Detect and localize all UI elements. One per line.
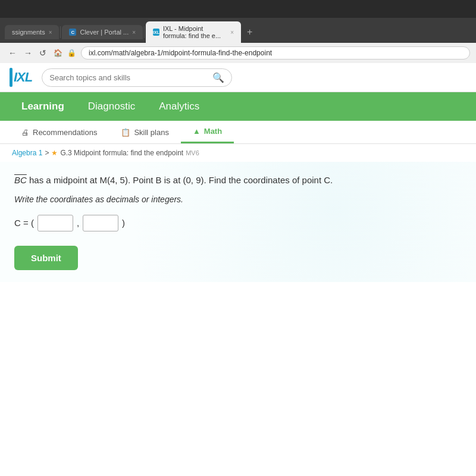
browser-chrome: ssignments × C Clever | Portal ... × IXL… <box>0 18 476 63</box>
nav-analytics[interactable]: Analytics <box>147 92 211 121</box>
tab-assignments[interactable]: ssignments × <box>5 25 59 39</box>
search-input[interactable] <box>49 73 208 82</box>
tab-ixl[interactable]: IXL IXL - Midpoint formula: find the e..… <box>146 21 241 43</box>
answer-label: C = ( <box>14 218 34 228</box>
comma-separator: , <box>77 218 79 228</box>
subnav-recommendations[interactable]: 🖨 Recommendations <box>10 122 109 143</box>
ixl-logo: IXL <box>10 68 32 87</box>
math-icon: ▲ <box>193 127 201 136</box>
search-box[interactable]: 🔍 <box>42 68 232 87</box>
search-icon: 🔍 <box>212 72 224 83</box>
subnav-math[interactable]: ▲ Math <box>181 121 234 143</box>
nav-diagnostic[interactable]: Diagnostic <box>76 92 147 121</box>
lock-icon: 🏠 <box>54 49 62 57</box>
skill-plans-icon: 📋 <box>121 128 130 137</box>
answer-close: ) <box>122 218 125 228</box>
breadcrumb-separator: > <box>45 149 49 157</box>
back-button[interactable]: ← <box>6 47 19 59</box>
subnav-skill-plans[interactable]: 📋 Skill plans <box>109 122 181 143</box>
problem-statement: BC has a midpoint at M(4, 5). Point B is… <box>14 174 462 187</box>
segment-label: BC <box>14 175 27 185</box>
ixl-favicon: IXL <box>153 29 159 36</box>
breadcrumb-star-icon: ★ <box>51 149 58 157</box>
nav-learning[interactable]: Learning <box>10 92 76 121</box>
tab-close-assignments[interactable]: × <box>49 29 52 36</box>
breadcrumb-skill: G.3 Midpoint formula: find the endpoint <box>60 149 183 157</box>
security-lock-icon: 🔒 <box>67 49 76 57</box>
clever-favicon: C <box>69 29 76 36</box>
breadcrumb: Algebra 1 > ★ G.3 Midpoint formula: find… <box>0 144 476 162</box>
logo-bar <box>10 68 12 87</box>
tab-bar: ssignments × C Clever | Portal ... × IXL… <box>0 18 476 43</box>
logo-text: IXL <box>14 70 32 85</box>
ixl-nav-bar: Learning Diagnostic Analytics <box>0 92 476 121</box>
tab-divider <box>60 26 61 38</box>
breadcrumb-course[interactable]: Algebra 1 <box>12 149 42 157</box>
nav-buttons: ← → ↺ <box>6 47 49 59</box>
ixl-subnav: 🖨 Recommendations 📋 Skill plans ▲ Math <box>0 121 476 144</box>
tab-clever[interactable]: C Clever | Portal ... × <box>62 25 143 39</box>
breadcrumb-code: MV6 <box>186 149 199 156</box>
ixl-header: IXL 🔍 <box>0 63 476 92</box>
tab-close-ixl[interactable]: × <box>230 29 234 36</box>
answer-x-input[interactable] <box>37 215 73 231</box>
problem-content: BC has a midpoint at M(4, 5). Point B is… <box>0 162 476 282</box>
problem-text: has a midpoint at M(4, 5). Point B is at… <box>29 175 333 185</box>
answer-row: C = ( , ) <box>14 215 462 231</box>
forward-button[interactable]: → <box>21 47 35 59</box>
tab-clever-label: Clever | Portal ... <box>80 29 129 36</box>
submit-button[interactable]: Submit <box>14 246 78 270</box>
tab-assignments-label: ssignments <box>12 29 45 36</box>
url-bar[interactable] <box>81 46 470 60</box>
ixl-page: IXL 🔍 Learning Diagnostic Analytics 🖨 Re… <box>0 63 476 476</box>
answer-y-input[interactable] <box>83 215 118 231</box>
top-dark-bar <box>0 0 476 18</box>
tab-ixl-label: IXL - Midpoint formula: find the e... <box>163 25 227 39</box>
new-tab-button[interactable]: + <box>242 24 257 40</box>
recommendations-icon: 🖨 <box>21 128 29 137</box>
tab-divider-2 <box>144 26 145 38</box>
problem-instruction: Write the coordinates as decimals or int… <box>14 195 462 204</box>
refresh-button[interactable]: ↺ <box>37 47 49 59</box>
address-bar: ← → ↺ 🏠 🔒 <box>0 43 476 63</box>
tab-close-clever[interactable]: × <box>132 29 136 36</box>
